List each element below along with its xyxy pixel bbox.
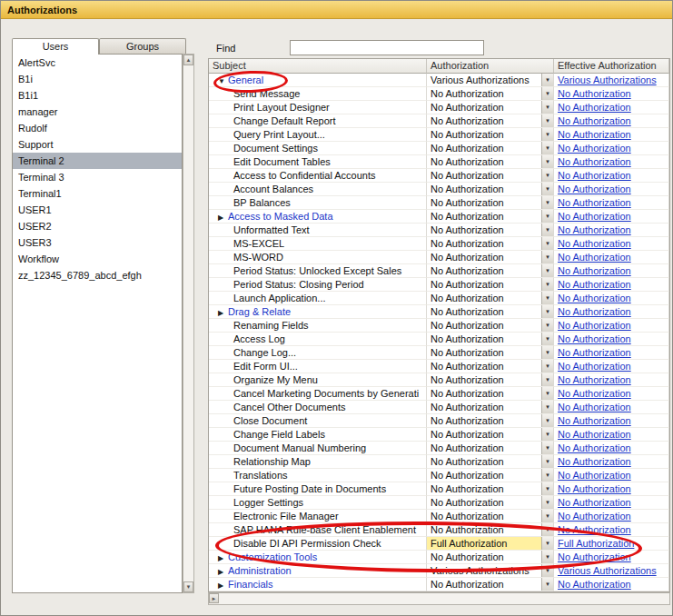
table-horizontal-scrollbar[interactable]: ◄ ► — [208, 592, 670, 605]
effective-authorization-link[interactable]: No Authorization — [558, 374, 631, 385]
effective-authorization-link[interactable]: No Authorization — [558, 306, 631, 317]
scroll-up-icon[interactable]: ▲ — [183, 55, 193, 65]
authorization-dropdown-button[interactable]: ▼ — [541, 387, 553, 400]
effective-authorization-link[interactable]: No Authorization — [558, 429, 631, 440]
authorization-dropdown-button[interactable]: ▼ — [541, 360, 553, 373]
effective-authorization-link[interactable]: No Authorization — [558, 197, 631, 208]
authorization-cell[interactable]: No Authorization▼ — [427, 251, 554, 264]
effective-authorization-link[interactable]: Various Authorizations — [558, 565, 657, 576]
authorization-cell[interactable]: No Authorization▼ — [427, 264, 554, 278]
user-list-item[interactable]: USER3 — [13, 234, 182, 251]
authorization-dropdown-button[interactable]: ▼ — [541, 455, 553, 468]
user-list-item[interactable]: Support — [13, 136, 182, 153]
authorization-dropdown-button[interactable]: ▼ — [541, 87, 553, 100]
authorization-dropdown-button[interactable]: ▼ — [541, 74, 553, 86]
subject-cell[interactable]: MS-EXCEL — [209, 237, 427, 251]
effective-authorization-link[interactable]: Full Authorization — [558, 538, 634, 549]
authorization-dropdown-button[interactable]: ▼ — [541, 264, 553, 277]
collapse-triangle-icon[interactable]: ▶ — [218, 552, 228, 564]
effective-authorization-link[interactable]: No Authorization — [558, 129, 631, 140]
authorization-cell[interactable]: No Authorization▼ — [427, 278, 554, 292]
authorization-dropdown-button[interactable]: ▼ — [541, 114, 553, 127]
collapse-triangle-icon[interactable]: ▶ — [218, 307, 228, 319]
effective-authorization-link[interactable]: No Authorization — [558, 415, 631, 426]
subject-cell[interactable]: Cancel Other Documents — [209, 401, 427, 414]
subject-cell[interactable]: Renaming Fields — [209, 319, 427, 333]
subject-cell[interactable]: ▼General — [209, 74, 427, 87]
user-list-item[interactable]: Terminal1 — [13, 185, 182, 202]
authorization-dropdown-button[interactable]: ▼ — [541, 578, 553, 591]
authorization-cell[interactable]: No Authorization▼ — [427, 333, 554, 346]
authorization-dropdown-button[interactable]: ▼ — [541, 292, 553, 304]
effective-authorization-link[interactable]: No Authorization — [558, 252, 631, 263]
collapse-triangle-icon[interactable]: ▶ — [218, 566, 228, 578]
effective-authorization-link[interactable]: No Authorization — [558, 320, 631, 331]
subject-cell[interactable]: MS-WORD — [209, 251, 427, 264]
authorization-cell[interactable]: No Authorization▼ — [427, 292, 554, 305]
subject-cell[interactable]: Period Status: Unlocked Except Sales — [209, 264, 427, 278]
effective-authorization-link[interactable]: No Authorization — [558, 102, 631, 113]
authorization-cell[interactable]: No Authorization▼ — [427, 101, 554, 114]
authorization-dropdown-button[interactable]: ▼ — [541, 551, 553, 563]
user-list-item[interactable]: USER2 — [13, 218, 182, 234]
authorization-dropdown-button[interactable]: ▼ — [541, 482, 553, 495]
user-list-item[interactable]: Workflow — [13, 251, 182, 267]
effective-authorization-link[interactable]: No Authorization — [558, 265, 631, 276]
effective-authorization-link[interactable]: No Authorization — [558, 470, 631, 481]
authorization-cell[interactable]: No Authorization▼ — [427, 523, 554, 537]
effective-authorization-link[interactable]: No Authorization — [558, 211, 631, 222]
subject-cell[interactable]: Access to Confidential Accounts — [209, 169, 427, 183]
authorization-cell[interactable]: No Authorization▼ — [427, 210, 554, 224]
authorization-cell[interactable]: No Authorization▼ — [427, 114, 554, 128]
authorization-cell[interactable]: No Authorization▼ — [427, 496, 554, 510]
subject-cell[interactable]: Future Posting Date in Documents — [209, 482, 427, 496]
subject-cell[interactable]: Send Message — [209, 87, 427, 101]
collapse-triangle-icon[interactable]: ▶ — [218, 212, 228, 224]
authorization-cell[interactable]: No Authorization▼ — [427, 414, 554, 428]
subject-cell[interactable]: Change Log... — [209, 346, 427, 360]
authorization-cell[interactable]: No Authorization▼ — [427, 455, 554, 469]
authorization-cell[interactable]: No Authorization▼ — [427, 155, 554, 169]
subject-cell[interactable]: Change Field Labels — [209, 428, 427, 442]
user-list-item[interactable]: Rudolf — [13, 120, 182, 136]
subject-cell[interactable]: Edit Form UI... — [209, 360, 427, 373]
authorization-dropdown-button[interactable]: ▼ — [541, 305, 553, 318]
authorization-dropdown-button[interactable]: ▼ — [541, 128, 553, 141]
authorization-cell[interactable]: No Authorization▼ — [427, 237, 554, 251]
authorization-dropdown-button[interactable]: ▼ — [541, 142, 553, 154]
authorization-dropdown-button[interactable]: ▼ — [541, 196, 553, 209]
effective-authorization-link[interactable]: No Authorization — [558, 579, 631, 590]
user-list-item[interactable]: zz_12345_6789_abcd_efgh — [13, 267, 182, 283]
subject-cell[interactable]: ▶Drag & Relate — [209, 305, 427, 319]
subject-cell[interactable]: Cancel Marketing Documents by Generati — [209, 387, 427, 401]
authorization-cell[interactable]: Various Authorizations▼ — [427, 74, 554, 87]
authorization-dropdown-button[interactable]: ▼ — [541, 510, 553, 522]
authorization-dropdown-button[interactable]: ▼ — [541, 414, 553, 427]
authorization-cell[interactable]: No Authorization▼ — [427, 551, 554, 564]
find-input[interactable] — [290, 40, 484, 55]
authorization-cell[interactable]: No Authorization▼ — [427, 360, 554, 373]
authorization-cell[interactable]: No Authorization▼ — [427, 305, 554, 319]
authorization-cell[interactable]: No Authorization▼ — [427, 428, 554, 442]
subject-cell[interactable]: Electronic File Manager — [209, 510, 427, 523]
effective-authorization-link[interactable]: No Authorization — [558, 551, 631, 562]
authorization-dropdown-button[interactable]: ▼ — [541, 442, 553, 454]
subject-cell[interactable]: Relationship Map — [209, 455, 427, 469]
effective-authorization-link[interactable]: No Authorization — [558, 293, 631, 303]
authorization-cell[interactable]: No Authorization▼ — [427, 224, 554, 237]
subject-cell[interactable]: Edit Document Tables — [209, 155, 427, 169]
user-list-item[interactable]: Terminal 2 — [13, 153, 182, 169]
effective-authorization-link[interactable]: No Authorization — [558, 483, 631, 494]
effective-authorization-link[interactable]: No Authorization — [558, 456, 631, 467]
authorization-dropdown-button[interactable]: ▼ — [541, 373, 553, 386]
effective-authorization-link[interactable]: No Authorization — [558, 402, 631, 412]
authorization-dropdown-button[interactable]: ▼ — [541, 101, 553, 114]
authorization-cell[interactable]: No Authorization▼ — [427, 387, 554, 401]
authorization-dropdown-button[interactable]: ▼ — [541, 496, 553, 509]
authorization-cell[interactable]: No Authorization▼ — [427, 442, 554, 455]
effective-authorization-link[interactable]: No Authorization — [558, 238, 631, 249]
authorization-cell[interactable]: Various Authorizations▼ — [427, 564, 554, 578]
user-list-item[interactable]: Terminal 3 — [13, 169, 182, 185]
subject-cell[interactable]: SAP HANA Rule-base Client Enablement — [209, 523, 427, 537]
authorization-cell[interactable]: No Authorization▼ — [427, 169, 554, 183]
